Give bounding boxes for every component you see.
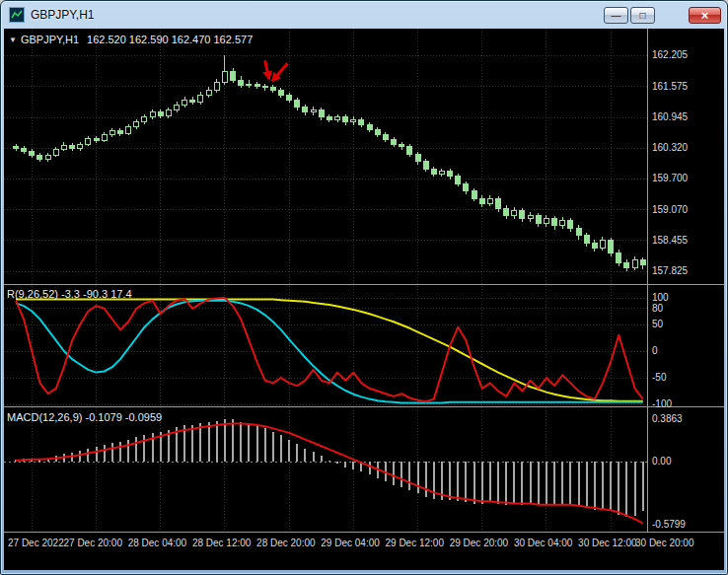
time-tick-label: 29 Dec 12:00 (386, 538, 445, 549)
macd-label: MACD(12,26,9) -0.1079 -0.0959 (7, 411, 162, 423)
time-tick-label: 30 Dec 12:00 (578, 538, 637, 549)
oscillator-tick-label: 80 (652, 303, 663, 315)
oscillator-pane-header: R(9,26,52) -3.3 -90.3 17.4 (7, 288, 132, 300)
macd-histogram (16, 419, 643, 517)
oscillator-tick-label: -50 (652, 372, 666, 384)
oscillator-label: R(9,26,52) -3.3 -90.3 17.4 (7, 288, 132, 300)
oscillator-tick-label: 50 (652, 319, 663, 330)
time-tick-label: 28 Dec 20:00 (256, 538, 316, 549)
maximize-button[interactable]: □ (630, 7, 655, 24)
chart-window: GBPJPY,H1 — □ × ▼ GBPJPY,H1 162.520 162.… (0, 0, 728, 575)
macd-tick-label: 0.3863 (652, 413, 683, 425)
macd-signal-line (16, 423, 643, 523)
chart-icon (9, 7, 25, 23)
chevron-down-icon: ▼ (9, 36, 17, 44)
price-tick-label: 157.825 (652, 265, 688, 277)
oscillator-line-fast-red (16, 298, 643, 401)
price-tick-label: 162.205 (652, 49, 688, 61)
price-tick-label: 158.455 (652, 235, 688, 247)
candlesticks (14, 55, 646, 271)
time-tick-label: 29 Dec 04:00 (321, 538, 380, 549)
chart-client-area[interactable]: ▼ GBPJPY,H1 162.520 162.590 162.470 162.… (4, 29, 724, 570)
title-bar[interactable]: GBPJPY,H1 — □ × (1, 1, 727, 29)
price-tick-label: 161.575 (652, 81, 688, 93)
oscillator-tick-label: 0 (652, 345, 658, 357)
price-tick-label: 160.945 (652, 111, 688, 123)
time-tick-label: 27 Dec 2022 (8, 538, 64, 549)
close-button[interactable]: × (689, 7, 721, 24)
price-tick-label: 159.700 (652, 173, 688, 184)
symbol-dropdown[interactable]: ▼ GBPJPY,H1 (9, 34, 79, 45)
time-tick-label: 29 Dec 20:00 (450, 538, 509, 549)
oscillator-tick-label: -100 (652, 398, 672, 410)
time-axis[interactable]: 27 Dec 202227 Dec 20:0028 Dec 04:0028 De… (4, 533, 724, 570)
minimize-button[interactable]: — (604, 7, 628, 24)
window-controls: — □ × (602, 7, 721, 24)
price-tick-label: 160.320 (652, 142, 688, 154)
macd-tick-label: 0.00 (652, 456, 671, 467)
time-tick-label: 28 Dec 04:00 (128, 538, 187, 549)
macd-pane-header: MACD(12,26,9) -0.1079 -0.0959 (7, 411, 162, 423)
sell-signal-arrow[interactable] (265, 60, 269, 79)
maximize-icon: □ (639, 10, 645, 21)
price-pane-header: ▼ GBPJPY,H1 162.520 162.590 162.470 162.… (9, 34, 253, 45)
ohlc-values: 162.520 162.590 162.470 162.577 (87, 34, 253, 45)
price-axis[interactable]: 162.205161.575160.945160.320159.700159.0… (648, 29, 724, 533)
sell-signal-arrow[interactable] (272, 63, 287, 81)
window-title: GBPJPY,H1 (31, 8, 94, 22)
gridlines (4, 29, 647, 532)
time-tick-label: 30 Dec 20:00 (635, 538, 694, 549)
time-tick-label: 28 Dec 12:00 (192, 538, 252, 549)
symbol-timeframe-label: GBPJPY,H1 (21, 34, 79, 45)
macd-tick-label: -0.5799 (652, 519, 686, 531)
time-tick-label: 30 Dec 04:00 (514, 538, 573, 549)
price-tick-label: 159.070 (652, 204, 688, 216)
time-tick-label: 27 Dec 20:00 (64, 538, 123, 549)
close-icon: × (701, 8, 709, 23)
minimize-icon: — (612, 10, 621, 21)
